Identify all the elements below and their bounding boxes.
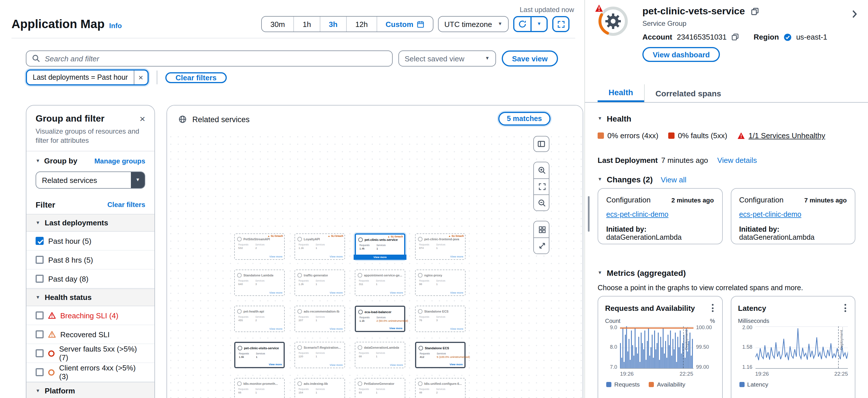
expand-layout-button[interactable] [534,237,549,254]
view-more-link[interactable]: View more [353,255,406,260]
filter-option[interactable]: Breaching SLI (4) [26,306,154,325]
service-node[interactable]: Standalone ECS Requests76 Services3 View… [415,306,466,332]
service-node[interactable]: ▲SLI breach pet-clinic-vets-service Requ… [355,233,405,260]
filter-section-header[interactable]: ▼ Last deployments [26,214,154,232]
tab-health[interactable]: Health [598,84,644,102]
service-node[interactable]: Standalone Lambda Requests640 Services3 … [234,269,285,296]
requests-plot[interactable]: Deployment... [620,326,693,369]
filter-section-header[interactable]: ▼ Platform [26,382,154,398]
view-more-link[interactable]: View more [390,291,403,294]
timezone-select[interactable]: UTC timezone▼ [438,16,508,32]
service-node[interactable]: ▲SLI breach PetSiteStreamAPI Requests532… [234,233,285,260]
view-more-link[interactable]: View more [450,363,463,366]
checkbox[interactable] [36,330,43,338]
group-by-select[interactable]: Related services ▼ [36,171,145,189]
service-node[interactable]: k8s-unified-configure-6... Requests48 Se… [415,378,466,398]
service-node[interactable]: ▲SLI breach LoyaltyAPI Requests1.1k Serv… [294,233,345,260]
view-more-link[interactable]: View more [330,364,343,366]
matches-badge[interactable]: 5 matches [498,112,551,126]
view-more-link[interactable]: View more [330,291,343,294]
info-link[interactable]: Info [109,22,122,30]
filter-option[interactable]: Client errors 4xx (>5%) (3) [26,363,154,382]
filter-option[interactable]: Past day (8) [26,269,154,289]
service-node[interactable]: eca-load-balancer Requests1.1k Services2… [355,306,405,332]
service-node[interactable]: dataGenerationLambda Requests88 Services… [355,342,405,368]
change-resource-link[interactable]: ecs-pet-clinic-demo [739,210,801,219]
view-all-link[interactable]: View all [661,175,686,184]
time-range-custom[interactable]: Custom [376,16,433,32]
view-more-link[interactable]: View more [269,363,282,366]
save-view-button[interactable]: Save view [502,51,558,67]
view-more-link[interactable]: View more [450,291,463,294]
saved-view-select[interactable]: Select saved view▼ [398,51,496,67]
checkbox[interactable] [36,256,43,264]
service-node[interactable]: ads-recommendation-lb Requests207 Servic… [294,306,345,332]
service-node[interactable]: pet-health-api Requests455 Services2 Vie… [234,306,285,332]
checkbox[interactable] [36,237,43,245]
view-details-link[interactable]: View details [717,156,757,165]
panel-scrollbar-thumb[interactable] [588,196,590,232]
filter-option[interactable]: Server faults 5xx (>5%) (7) [26,344,154,363]
view-more-link[interactable]: View more [390,364,403,366]
checkbox[interactable] [36,311,43,320]
time-range-3h[interactable]: 3h [320,16,346,32]
close-icon[interactable]: × [140,114,145,124]
map-overview-button[interactable] [533,136,549,152]
view-dashboard-button[interactable]: View dashboard [642,47,720,62]
view-more-link[interactable]: View more [330,328,343,330]
checkbox[interactable] [36,368,43,376]
view-more-link[interactable]: View more [269,255,282,258]
change-resource-link[interactable]: ecs-pet-clinic-demo [606,210,669,219]
kebab-menu-icon[interactable] [843,302,848,314]
deployment-marker[interactable]: Deployment... [683,326,684,368]
remove-filter-icon[interactable]: × [133,70,147,84]
refresh-button[interactable] [515,17,530,31]
view-more-link[interactable]: View more [330,255,343,258]
view-more-link[interactable]: View more [269,328,282,330]
service-node[interactable]: Standalone ECS Requests412 Services5 (10… [415,342,466,368]
filter-option[interactable]: Past 8 hrs (5) [26,251,154,269]
changes-section-header[interactable]: ▼ Changes (2) [598,175,653,184]
group-by-header[interactable]: ▼Group by [36,157,77,165]
latency-plot[interactable]: Deployment... [755,326,848,369]
view-more-link[interactable]: View more [389,327,402,330]
kebab-menu-icon[interactable] [710,302,715,314]
clear-filters-link[interactable]: Clear filters [107,201,145,209]
fullscreen-button[interactable] [552,16,569,32]
manage-groups-link[interactable]: Manage groups [94,157,145,165]
search-input[interactable] [45,54,386,63]
view-more-link[interactable]: View more [450,328,463,330]
service-node[interactable]: ScenarioT-Registration... Requests120 Se… [294,342,345,368]
zoom-out-button[interactable] [534,194,549,210]
service-node[interactable]: ads-indexing-lib Requests154 Services1 V… [294,378,345,398]
metrics-section-header[interactable]: ▼ Metrics (aggregated) [598,268,686,277]
collapse-panel-button[interactable] [847,7,861,21]
map-canvas[interactable]: ▲SLI breach PetSiteStreamAPI Requests532… [167,133,583,398]
deployment-marker[interactable]: Deployment... [838,326,839,368]
grid-layout-button[interactable] [534,221,549,237]
service-node[interactable]: ▲SLI breach pet-clinic-frontend-java Req… [415,233,466,260]
time-range-1h[interactable]: 1h [293,16,320,32]
services-unhealthy-link[interactable]: 1/1 Services Unhealthy [749,131,825,140]
time-range-12h[interactable]: 12h [346,16,376,32]
copy-icon[interactable] [732,33,739,41]
change-card[interactable]: Configuration 2 minutes ago ecs-pet-clin… [598,188,722,244]
clear-filters-button[interactable]: Clear filters [165,72,227,83]
service-node[interactable]: traffic-generator Requests1.2k Services1… [294,269,345,296]
checkbox[interactable] [36,349,43,357]
refresh-options-button[interactable]: ▼ [530,17,547,31]
filter-option[interactable]: Past hour (5) [26,232,154,251]
filter-option[interactable]: Recovered SLI [26,325,154,344]
checkbox[interactable] [36,275,43,283]
filter-section-header[interactable]: ▼ Health status [26,289,154,306]
service-node[interactable]: PetSaloneGenerator Requests93 Services1 … [355,378,405,398]
health-section-header[interactable]: ▼ Health [598,114,631,123]
service-node[interactable]: pet-clinic-visits-service Requests1.6k S… [234,342,285,368]
copy-icon[interactable] [751,7,758,15]
view-more-link[interactable]: View more [450,255,463,258]
tab-correlated-spans[interactable]: Correlated spans [644,84,732,102]
change-card[interactable]: Configuration 7 minutes ago ecs-pet-clin… [731,188,856,244]
fit-to-screen-button[interactable] [534,178,549,194]
zoom-in-button[interactable] [534,162,549,178]
service-node[interactable]: appointment-service-ge... Requests311 Se… [355,269,405,296]
